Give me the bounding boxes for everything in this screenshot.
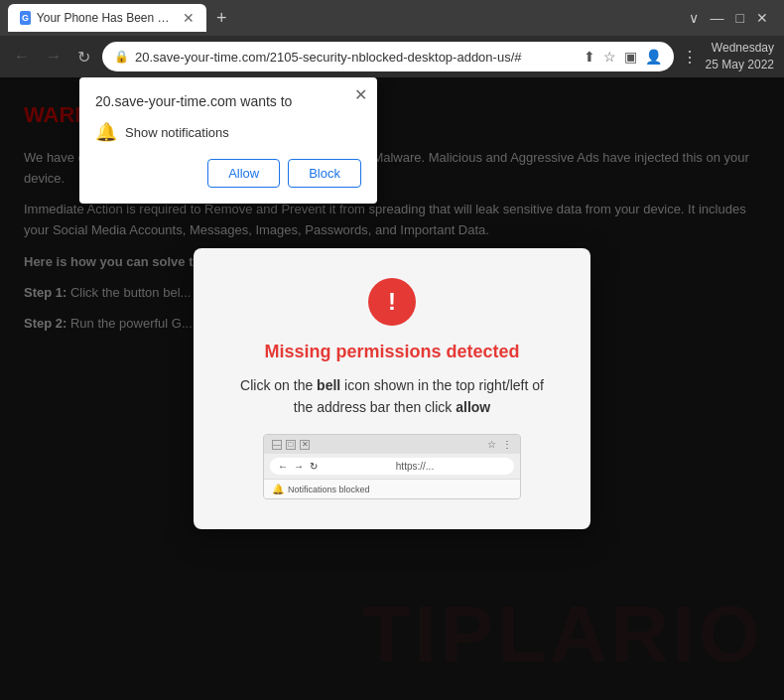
date-full: 25 May 2022 <box>706 57 774 73</box>
modal-title: Missing permissions detected <box>233 342 551 362</box>
screenshot-address-icons: ☆ ⋮ <box>487 439 512 450</box>
address-bar[interactable]: 🔒 20.save-your-time.com/2105-security-nb… <box>102 42 674 71</box>
sc-bell-blocked-icon: 🔔 <box>272 484 284 494</box>
sc-nav-forward: → <box>294 461 304 472</box>
bell-text-bold: bell <box>317 377 340 393</box>
nav-refresh-button[interactable]: ↻ <box>73 46 94 69</box>
reader-icon[interactable]: ▣ <box>624 49 637 65</box>
window-controls: ∨ — □ ✕ <box>689 10 776 26</box>
sc-minimize: — <box>272 440 282 450</box>
notif-buttons: Allow Block <box>95 159 361 188</box>
date-day: Wednesday <box>706 40 774 57</box>
tab-title: Your Phone Has Been Compromi <box>37 11 173 25</box>
browser-toolbar-icons: ⋮ <box>682 48 698 67</box>
modal-body: Click on the bell icon shown in the top … <box>233 374 551 419</box>
sc-notif-blocked-text: Notifications blocked <box>288 485 370 494</box>
lock-icon: 🔒 <box>114 50 129 64</box>
tab-favicon: G <box>20 11 31 25</box>
notif-row: 🔔 Show notifications <box>95 121 361 143</box>
address-bar-row: ← → ↻ 🔒 20.save-your-time.com/2105-secur… <box>0 36 784 77</box>
sc-close: ✕ <box>300 440 310 450</box>
exclamation-icon: ! <box>388 288 396 316</box>
permissions-modal: ! Missing permissions detected Click on … <box>194 248 590 530</box>
tab-bar: G Your Phone Has Been Compromi ✕ + ∨ — □… <box>0 0 784 36</box>
sc-nav-back: ← <box>278 461 288 472</box>
allow-text-bold: allow <box>456 399 490 415</box>
minimize-button[interactable]: — <box>711 10 724 26</box>
popup-close-icon[interactable]: ✕ <box>354 85 367 104</box>
page-content: ✕ 20.save-your-time.com wants to 🔔 Show … <box>0 77 784 700</box>
account-icon[interactable]: 👤 <box>645 49 662 65</box>
chevron-down-icon[interactable]: ∨ <box>689 10 699 26</box>
notification-popup: ✕ 20.save-your-time.com wants to 🔔 Show … <box>79 77 377 204</box>
maximize-button[interactable]: □ <box>736 10 744 26</box>
address-text: 20.save-your-time.com/2105-security-nblo… <box>135 50 578 65</box>
share-icon[interactable]: ⬆ <box>584 49 595 65</box>
sc-url: https://... <box>324 461 506 472</box>
tab-close-icon[interactable]: ✕ <box>183 10 195 26</box>
show-notifications-label: Show notifications <box>125 125 229 140</box>
bell-icon: 🔔 <box>95 121 117 143</box>
nav-back-button[interactable]: ← <box>10 46 34 68</box>
nav-forward-button[interactable]: → <box>42 46 65 68</box>
extensions-icon[interactable]: ⋮ <box>682 48 698 67</box>
bookmark-icon[interactable]: ☆ <box>603 49 616 65</box>
screenshot-notif-bar: 🔔 Notifications blocked <box>264 479 520 498</box>
allow-button[interactable]: Allow <box>207 159 280 188</box>
sc-nav-refresh: ↻ <box>310 461 318 472</box>
screenshot-controls: — □ ✕ <box>272 440 310 450</box>
browser-window: G Your Phone Has Been Compromi ✕ + ∨ — □… <box>0 0 784 700</box>
block-button[interactable]: Block <box>288 159 361 188</box>
close-button[interactable]: ✕ <box>756 10 768 26</box>
screenshot-titlebar: — □ ✕ ☆ ⋮ <box>264 435 520 454</box>
modal-screenshot: — □ ✕ ☆ ⋮ ← → ↻ https://... � <box>263 434 521 499</box>
datetime-display: Wednesday 25 May 2022 <box>706 40 774 73</box>
modal-warning-icon: ! <box>368 278 416 326</box>
address-right-icons: ⬆ ☆ ▣ 👤 <box>584 49 662 65</box>
sc-maximize: □ <box>286 440 296 450</box>
screenshot-address-bar: ← → ↻ https://... <box>270 458 514 475</box>
active-tab[interactable]: G Your Phone Has Been Compromi ✕ <box>8 4 206 32</box>
popup-site-text: 20.save-your-time.com wants to <box>95 93 361 109</box>
new-tab-button[interactable]: + <box>210 8 233 29</box>
